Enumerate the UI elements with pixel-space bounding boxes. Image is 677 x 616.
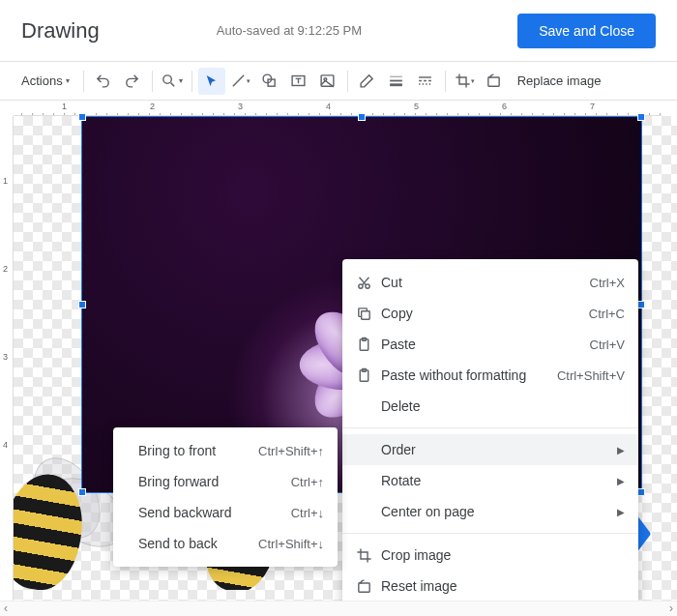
ctx-label: Bring forward (138, 474, 268, 489)
resize-handle-br[interactable] (637, 488, 645, 496)
toolbar-divider (191, 71, 192, 92)
ctx-label: Delete (381, 398, 625, 414)
ctx-label: Cut (381, 275, 567, 290)
redo-button[interactable] (119, 68, 146, 95)
toolbar-divider (152, 71, 153, 92)
chevron-right-icon: ▶ (617, 507, 625, 517)
ctx-shortcut: Ctrl+V (590, 337, 625, 352)
save-and-close-button[interactable]: Save and Close (517, 14, 656, 48)
reset-icon (356, 578, 381, 595)
drawing-canvas[interactable]: The WindowsClub (14, 116, 677, 601)
ctx-label: Send backward (138, 505, 268, 520)
image-tool-button[interactable] (314, 68, 341, 95)
ctx-label: Order (381, 442, 598, 457)
ctx-item-order[interactable]: Order▶ (342, 434, 638, 465)
ctx-shortcut: Ctrl+Shift+V (557, 368, 625, 383)
ruler-tick: 1 (62, 102, 67, 111)
autosave-status: Auto-saved at 9:12:25 PM (61, 23, 517, 38)
menu-separator (342, 533, 638, 534)
ruler-tick: 5 (414, 102, 419, 111)
ctx-item-paste[interactable]: PasteCtrl+V (342, 329, 638, 360)
ctx-shortcut: Ctrl+Shift+↑ (258, 444, 324, 458)
ctx-item-rotate[interactable]: Rotate▶ (342, 465, 638, 496)
resize-handle-mr[interactable] (637, 301, 645, 308)
svg-rect-15 (359, 582, 369, 591)
toolbar-divider (445, 71, 446, 92)
bee-illustration (14, 474, 81, 590)
ctx-shortcut: Ctrl+↑ (291, 475, 324, 489)
ctx-label: Send to back (138, 536, 235, 551)
caret-down-icon: ▾ (66, 76, 70, 85)
ruler-tick: 6 (502, 102, 507, 111)
toolbar-divider (83, 71, 84, 92)
resize-handle-tr[interactable] (637, 113, 645, 121)
ctx-item-send-to-back[interactable]: Send to backCtrl+Shift+↓ (113, 528, 338, 559)
crop-icon (356, 547, 381, 564)
scroll-right-icon[interactable]: › (669, 601, 673, 616)
border-dash-button[interactable] (412, 68, 439, 95)
caret-down-icon: ▾ (247, 77, 250, 85)
svg-point-0 (163, 75, 172, 84)
shape-tool-button[interactable] (256, 68, 283, 95)
ctx-shortcut: Ctrl+↓ (291, 506, 324, 520)
dialog-header: Drawing Auto-saved at 9:12:25 PM Save an… (0, 0, 677, 62)
resize-handle-ml[interactable] (78, 301, 86, 308)
canvas-area: 1234567 1234 (0, 101, 677, 616)
select-tool-button[interactable] (198, 68, 225, 95)
zoom-button[interactable]: ▾ (159, 68, 186, 95)
ruler-tick: 7 (590, 102, 595, 111)
svg-rect-4 (321, 75, 334, 86)
ctx-item-cut[interactable]: CutCtrl+X (342, 267, 638, 298)
svg-point-9 (366, 283, 369, 287)
actions-menu-button[interactable]: Actions ▾ (14, 69, 77, 93)
actions-label: Actions (21, 73, 63, 88)
svg-rect-10 (362, 310, 370, 319)
menu-separator (342, 427, 638, 428)
cut-icon (356, 275, 381, 291)
resize-handle-tm[interactable] (358, 113, 366, 121)
ctx-item-delete[interactable]: Delete (342, 391, 638, 422)
ctx-item-paste-without-formatting[interactable]: Paste without formattingCtrl+Shift+V (342, 360, 638, 391)
border-color-button[interactable] (354, 68, 381, 95)
ctx-label: Bring to front (138, 443, 235, 458)
horizontal-ruler: 1234567 (14, 101, 662, 116)
crop-button[interactable]: ▾ (452, 68, 479, 95)
ctx-item-copy[interactable]: CopyCtrl+C (342, 298, 638, 329)
scroll-left-icon[interactable]: ‹ (4, 601, 8, 616)
ctx-item-bring-to-front[interactable]: Bring to frontCtrl+Shift+↑ (113, 435, 338, 466)
paste-icon (356, 337, 381, 353)
context-menu[interactable]: CutCtrl+XCopyCtrl+CPasteCtrl+VPaste with… (342, 259, 638, 609)
ctx-item-crop-image[interactable]: Crop image (342, 540, 638, 571)
order-submenu[interactable]: Bring to frontCtrl+Shift+↑Bring forwardC… (113, 427, 338, 567)
undo-button[interactable] (90, 68, 117, 95)
replace-image-button[interactable]: Replace image (510, 69, 609, 93)
reset-image-button[interactable] (481, 68, 508, 95)
ruler-tick: 2 (3, 264, 8, 274)
ctx-label: Rotate (381, 473, 598, 488)
ctx-item-center-on-page[interactable]: Center on page▶ (342, 496, 638, 527)
textbox-tool-button[interactable] (285, 68, 312, 95)
toolbar: Actions ▾ ▾ ▾ ▾ Replace image (0, 62, 677, 101)
ctx-item-send-backward[interactable]: Send backwardCtrl+↓ (113, 497, 338, 528)
ruler-tick: 4 (3, 440, 8, 450)
resize-handle-bl[interactable] (78, 488, 86, 496)
ctx-shortcut: Ctrl+C (589, 307, 625, 321)
caret-down-icon: ▾ (179, 76, 183, 85)
ctx-label: Center on page (381, 504, 598, 519)
ctx-item-bring-forward[interactable]: Bring forwardCtrl+↑ (113, 466, 338, 497)
ctx-shortcut: Ctrl+X (590, 276, 625, 290)
horizontal-scrollbar[interactable]: ‹ › (0, 601, 677, 616)
ruler-tick: 3 (238, 102, 243, 111)
ruler-tick: 1 (3, 176, 8, 186)
ctx-label: Paste (381, 337, 567, 352)
chevron-right-icon: ▶ (617, 445, 625, 455)
ctx-label: Paste without formatting (381, 367, 534, 383)
svg-rect-6 (488, 77, 499, 86)
paste-icon (356, 367, 381, 384)
svg-point-8 (359, 283, 363, 287)
resize-handle-tl[interactable] (78, 113, 86, 121)
border-weight-button[interactable] (383, 68, 410, 95)
ruler-tick: 2 (150, 102, 155, 111)
line-tool-button[interactable]: ▾ (227, 68, 254, 95)
ctx-item-reset-image[interactable]: Reset image (342, 571, 638, 601)
